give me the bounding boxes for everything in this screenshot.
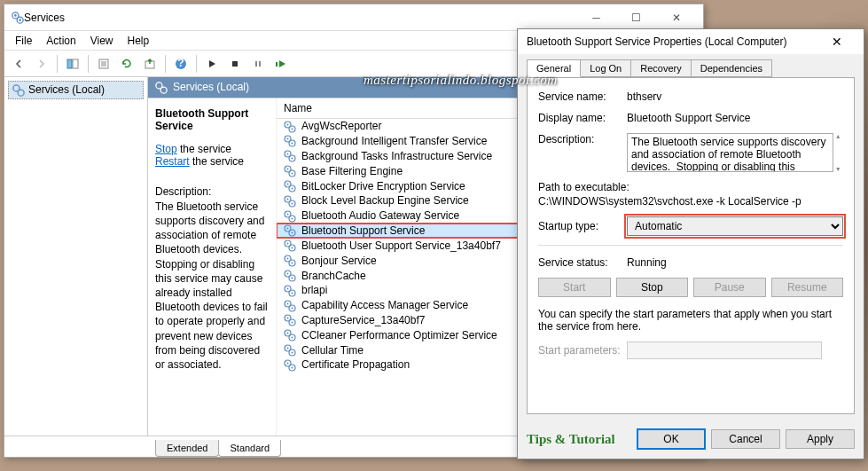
tab-general[interactable]: General <box>527 59 581 77</box>
tab-extended[interactable]: Extended <box>155 440 219 457</box>
list-item-label: Bluetooth User Support Service_13a40bf7 <box>301 239 501 252</box>
svg-point-63 <box>287 272 289 274</box>
description-scrollbar[interactable]: ▲ ▼ <box>833 133 843 172</box>
gear-icon <box>284 358 296 372</box>
resume-button: Resume <box>771 278 844 297</box>
svg-rect-15 <box>259 61 261 67</box>
brand-watermark: Tips & Tutorial <box>527 432 631 447</box>
svg-point-88 <box>292 366 293 368</box>
services-icon <box>12 11 24 24</box>
gear-icon <box>284 224 296 238</box>
gear-icon <box>284 194 296 208</box>
svg-point-60 <box>292 263 293 264</box>
start-parameters-label: Start parameters: <box>538 344 627 357</box>
dialog-close-button[interactable]: ✕ <box>819 30 855 53</box>
stop-service-line: Stop the service <box>155 143 269 155</box>
gear-icon <box>284 269 296 282</box>
content-header-label: Services (Local) <box>173 81 249 93</box>
gear-icon <box>284 314 296 327</box>
svg-point-79 <box>287 333 289 334</box>
restart-service-button[interactable] <box>270 53 292 75</box>
start-service-button[interactable] <box>201 53 223 75</box>
svg-point-48 <box>292 217 293 219</box>
svg-point-84 <box>292 352 293 354</box>
start-parameters-input <box>627 341 822 359</box>
tab-standard[interactable]: Standard <box>218 440 281 457</box>
gear-icon <box>284 343 296 357</box>
description-text: The Bluetooth service supports discovery… <box>155 200 269 372</box>
divider <box>538 245 843 246</box>
help-button[interactable]: ? <box>170 53 192 75</box>
menu-view[interactable]: View <box>83 33 121 49</box>
gear-icon <box>284 135 296 148</box>
detail-pane: Bluetooth Support Service Stop the servi… <box>148 98 277 436</box>
menu-action[interactable]: Action <box>39 33 82 49</box>
svg-rect-14 <box>255 61 257 67</box>
export-button[interactable] <box>139 53 160 75</box>
titlebar: Services ─ ☐ ✕ <box>4 4 703 31</box>
gear-icon <box>284 164 296 177</box>
properties-button[interactable] <box>93 53 114 75</box>
toolbar-separator <box>57 55 58 73</box>
svg-point-68 <box>292 292 293 294</box>
menu-help[interactable]: Help <box>121 33 157 49</box>
tab-recovery[interactable]: Recovery <box>630 59 691 77</box>
window-title: Services <box>24 12 576 24</box>
ok-button[interactable]: OK <box>637 428 706 450</box>
start-button: Start <box>538 278 611 297</box>
back-button[interactable] <box>8 53 29 75</box>
restart-service-link[interactable]: Restart <box>155 155 190 168</box>
list-item-label: Background Intelligent Transfer Service <box>301 135 487 147</box>
svg-point-23 <box>287 123 289 125</box>
tab-log-on[interactable]: Log On <box>580 59 631 77</box>
menu-file[interactable]: File <box>8 33 39 49</box>
svg-point-71 <box>287 302 289 304</box>
close-button[interactable]: ✕ <box>656 5 696 30</box>
forward-button[interactable] <box>31 53 52 75</box>
svg-point-44 <box>292 202 293 204</box>
list-item-label: CaptureService_13a40bf7 <box>301 314 425 326</box>
stop-service-button[interactable] <box>224 53 246 75</box>
svg-rect-5 <box>73 59 78 68</box>
list-item-label: BitLocker Drive Encryption Service <box>301 180 465 192</box>
maximize-button[interactable]: ☐ <box>616 5 656 30</box>
list-item-label: Bluetooth Support Service <box>301 224 425 237</box>
svg-point-51 <box>287 228 289 230</box>
tree-pane: Services (Local) <box>4 77 148 436</box>
pause-service-button[interactable] <box>247 53 269 75</box>
path-value: C:\WINDOWS\system32\svchost.exe -k Local… <box>538 195 802 208</box>
svg-rect-4 <box>67 59 72 68</box>
gear-icon <box>284 179 296 192</box>
svg-point-83 <box>287 348 289 349</box>
gear-icon <box>284 254 296 267</box>
tree-item-services-local[interactable]: Services (Local) <box>8 81 144 99</box>
show-hide-tree-button[interactable] <box>62 53 83 75</box>
display-name-label: Display name: <box>538 112 627 124</box>
svg-point-36 <box>292 173 293 175</box>
minimize-button[interactable]: ─ <box>576 5 616 30</box>
service-name-label: Service name: <box>538 90 627 103</box>
description-textarea[interactable]: The Bluetooth service supports discovery… <box>627 133 833 172</box>
cancel-button[interactable]: Cancel <box>711 429 780 449</box>
gear-icon <box>284 120 296 133</box>
svg-point-3 <box>19 19 21 21</box>
toolbar-separator <box>88 55 89 73</box>
gear-icon <box>284 209 296 223</box>
svg-point-18 <box>18 90 24 96</box>
list-item-label: Cellular Time <box>301 344 364 357</box>
gear-icon <box>284 149 296 162</box>
scroll-down-icon[interactable]: ▼ <box>833 166 843 172</box>
startup-type-select[interactable]: Automatic <box>627 216 843 236</box>
svg-point-87 <box>287 362 289 364</box>
refresh-button[interactable] <box>116 53 137 75</box>
restart-service-line: Restart the service <box>155 155 269 168</box>
stop-service-link[interactable]: Stop <box>155 143 177 155</box>
svg-point-31 <box>287 153 289 155</box>
pause-button: Pause <box>693 278 766 297</box>
tab-dependencies[interactable]: Dependencies <box>691 59 772 77</box>
list-item-label: Background Tasks Infrastructure Service <box>301 150 492 162</box>
stop-button[interactable]: Stop <box>616 278 689 297</box>
path-label: Path to executable: <box>538 181 629 193</box>
scroll-up-icon[interactable]: ▲ <box>833 133 843 139</box>
apply-button[interactable]: Apply <box>786 429 855 449</box>
